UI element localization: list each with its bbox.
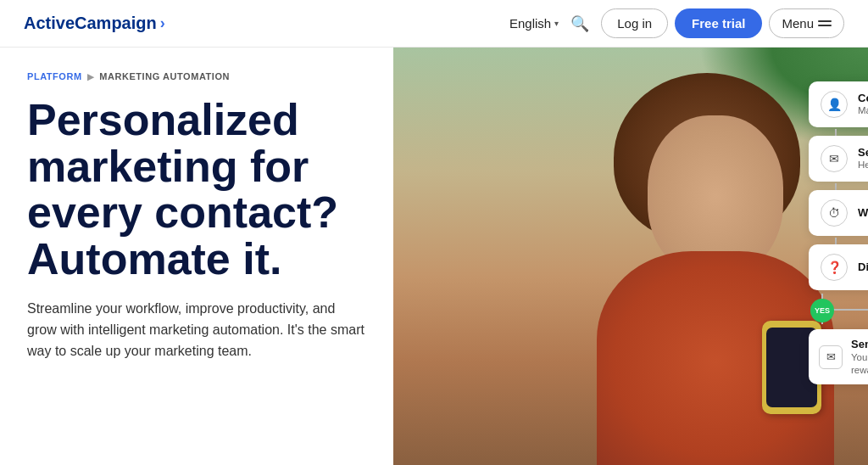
hamburger-icon [818, 20, 832, 26]
nav-right: English ▾ 🔍 Log in Free trial Menu [509, 8, 844, 38]
branch-connector: YES NO [809, 294, 868, 324]
card1-text: Contact subscribes to list Marketing ema… [858, 92, 868, 118]
workflow-card-3: ⏱ Wait 1 day [809, 190, 868, 236]
card5-sub: You earned reward points! [851, 351, 868, 377]
email-icon: ✉ [821, 145, 848, 172]
bottom-branch-cards: ✉ Send email You earned reward points! 📱… [809, 329, 868, 384]
connector-1 [835, 129, 837, 136]
card5-title: Send email [851, 338, 868, 351]
card4-text: Did contact make purchase? [858, 261, 868, 274]
logo-arrow: › [160, 14, 165, 32]
card1-sub: Marketing emails [858, 104, 868, 117]
person-icon: 👤 [821, 91, 848, 118]
card5-text: Send email You earned reward points! [851, 338, 868, 376]
card3-title: Wait 1 day [858, 206, 868, 220]
yes-badge: YES [810, 299, 834, 322]
free-trial-button[interactable]: Free trial [675, 8, 762, 38]
hero-image: 👤 Contact subscribes to list Marketing e… [393, 48, 868, 465]
login-button[interactable]: Log in [601, 8, 668, 38]
logo[interactable]: ActiveCampaign › [24, 14, 165, 33]
breadcrumb-separator: ▶ [87, 72, 95, 81]
hero-subtext: Streamline your workflow, improve produc… [27, 299, 366, 361]
workflow-card-4: ❓ Did contact make purchase? [809, 244, 868, 290]
card4-title: Did contact make purchase? [858, 261, 868, 274]
connector-2 [835, 183, 837, 190]
language-label: English [509, 16, 551, 31]
language-selector[interactable]: English ▾ [509, 16, 559, 31]
navbar: ActiveCampaign › English ▾ 🔍 Log in Free… [0, 0, 868, 48]
workflow-card-1: 👤 Contact subscribes to list Marketing e… [809, 81, 868, 127]
person-photo [393, 48, 868, 465]
automation-workflow: 👤 Contact subscribes to list Marketing e… [809, 81, 868, 384]
question-icon: ❓ [821, 254, 848, 281]
card2-sub: Here's 20% off your first purchase! [858, 159, 868, 171]
hero-heading: Personalized marketing for every contact… [27, 97, 400, 282]
workflow-card-5: ✉ Send email You earned reward points! [809, 329, 868, 384]
yes-indicator: YES [810, 299, 834, 322]
breadcrumb-current: MARKETING AUTOMATION [99, 71, 230, 81]
connector-3 [835, 238, 837, 244]
chevron-down-icon: ▾ [554, 19, 559, 28]
hero-left: PLATFORM ▶ MARKETING AUTOMATION Personal… [0, 48, 432, 465]
breadcrumb-parent[interactable]: PLATFORM [27, 71, 82, 81]
email-reward-icon: ✉ [819, 345, 843, 369]
search-icon[interactable]: 🔍 [565, 9, 594, 38]
menu-button[interactable]: Menu [769, 8, 844, 38]
main-content: PLATFORM ▶ MARKETING AUTOMATION Personal… [0, 48, 868, 465]
menu-label: Menu [782, 16, 814, 31]
card2-title: Send email [858, 146, 868, 160]
card1-title: Contact subscribes to list [858, 92, 868, 105]
card2-text: Send email Here's 20% off your first pur… [858, 146, 868, 172]
card3-text: Wait 1 day [858, 206, 868, 220]
breadcrumb: PLATFORM ▶ MARKETING AUTOMATION [27, 71, 432, 81]
clock-icon: ⏱ [821, 199, 848, 227]
workflow-card-2: ✉ Send email Here's 20% off your first p… [809, 136, 868, 182]
logo-text: ActiveCampaign [24, 14, 157, 33]
